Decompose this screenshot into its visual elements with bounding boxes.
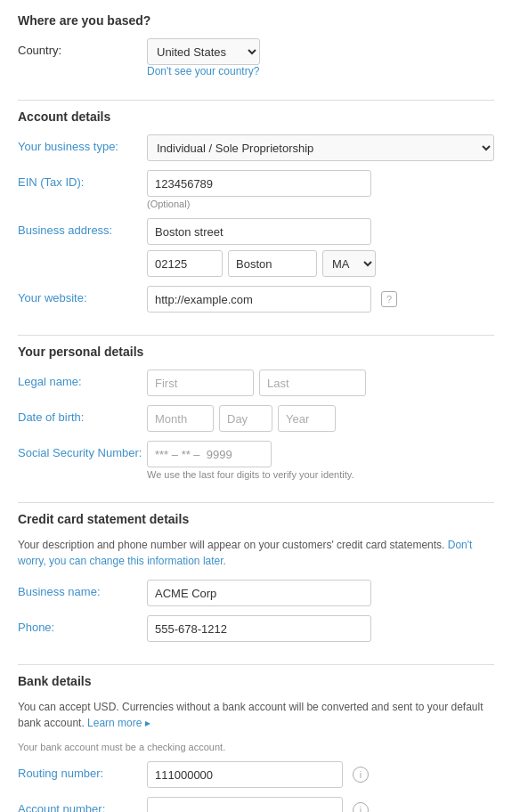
phone-row: Phone: bbox=[18, 615, 494, 642]
website-input[interactable] bbox=[147, 286, 371, 313]
routing-row: Routing number: i bbox=[18, 761, 494, 788]
routing-info-icon[interactable]: i bbox=[353, 767, 369, 783]
website-row: Your website: ? bbox=[18, 286, 494, 313]
dob-fields-row bbox=[147, 405, 494, 432]
ein-label: EIN (Tax ID): bbox=[18, 170, 147, 189]
business-name-input[interactable] bbox=[147, 580, 371, 606]
website-controls-row: ? bbox=[147, 286, 494, 313]
address-controls: MA CA NY TX FL bbox=[147, 218, 494, 277]
location-section: Where are you based? Country: United Sta… bbox=[18, 13, 494, 101]
credit-card-title: Credit card statement details bbox=[18, 512, 494, 526]
dont-see-country-link[interactable]: Don't see your country? bbox=[147, 65, 494, 77]
business-name-label: Business name: bbox=[18, 580, 147, 598]
ssn-label: Social Security Number: bbox=[18, 441, 147, 459]
business-type-controls: Individual / Sole Proprietorship Corpora… bbox=[147, 134, 494, 161]
credit-card-description: Your description and phone number will a… bbox=[18, 537, 494, 569]
ein-row: EIN (Tax ID): (Optional) bbox=[18, 170, 494, 209]
business-type-label: Your business type: bbox=[18, 134, 147, 153]
ein-optional-hint: (Optional) bbox=[147, 199, 494, 209]
routing-label: Routing number: bbox=[18, 761, 147, 780]
country-row: Country: United States Canada United Kin… bbox=[18, 38, 494, 77]
ssn-input[interactable] bbox=[147, 441, 272, 467]
account-title: Account details bbox=[18, 110, 494, 124]
city-input[interactable] bbox=[228, 250, 317, 277]
country-select-row: United States Canada United Kingdom Aust… bbox=[147, 38, 494, 65]
bank-section: Bank details You can accept USD. Currenc… bbox=[18, 674, 494, 812]
location-title: Where are you based? bbox=[18, 13, 494, 28]
account-number-input[interactable] bbox=[147, 797, 343, 812]
bank-description: You can accept USD. Currencies without a… bbox=[18, 699, 494, 731]
website-help-icon[interactable]: ? bbox=[381, 291, 397, 307]
account-section: Account details Your business type: Indi… bbox=[18, 110, 494, 336]
day-input[interactable] bbox=[219, 405, 272, 432]
phone-label: Phone: bbox=[18, 615, 147, 634]
last-name-input[interactable] bbox=[259, 369, 366, 396]
personal-section: Your personal details Legal name: Date o… bbox=[18, 345, 494, 503]
routing-input[interactable] bbox=[147, 761, 343, 788]
address-label: Business address: bbox=[18, 218, 147, 237]
month-input[interactable] bbox=[147, 405, 214, 432]
account-number-row: Account number: i bbox=[18, 797, 494, 812]
legal-name-row: Legal name: bbox=[18, 369, 494, 396]
phone-input[interactable] bbox=[147, 615, 371, 642]
bank-title: Bank details bbox=[18, 674, 494, 688]
state-select[interactable]: MA CA NY TX FL bbox=[322, 250, 376, 277]
business-type-row: Your business type: Individual / Sole Pr… bbox=[18, 134, 494, 161]
checking-note: Your bank account must be a checking acc… bbox=[18, 742, 494, 752]
credit-card-section: Credit card statement details Your descr… bbox=[18, 512, 494, 665]
account-number-label: Account number: bbox=[18, 797, 147, 812]
first-name-input[interactable] bbox=[147, 369, 254, 396]
credit-card-change-link[interactable]: Don't worry, you can change this informa… bbox=[18, 539, 472, 567]
website-label: Your website: bbox=[18, 286, 147, 304]
country-select[interactable]: United States Canada United Kingdom Aust… bbox=[147, 38, 260, 65]
year-input[interactable] bbox=[278, 405, 336, 432]
routing-controls-row: i bbox=[147, 761, 494, 788]
ssn-row: Social Security Number: We use the last … bbox=[18, 441, 494, 480]
name-fields-row bbox=[147, 369, 494, 396]
address-row: Business address: MA CA NY TX FL bbox=[18, 218, 494, 277]
business-name-row: Business name: bbox=[18, 580, 494, 606]
ssn-hint: We use the last four digits to verify yo… bbox=[147, 469, 494, 480]
personal-title: Your personal details bbox=[18, 345, 494, 359]
business-type-select[interactable]: Individual / Sole Proprietorship Corpora… bbox=[147, 134, 494, 161]
account-info-icon[interactable]: i bbox=[353, 802, 369, 812]
dob-row: Date of birth: bbox=[18, 405, 494, 432]
country-label: Country: bbox=[18, 38, 147, 57]
city-state-row: MA CA NY TX FL bbox=[147, 250, 494, 277]
ein-input[interactable] bbox=[147, 170, 371, 197]
zip-input[interactable] bbox=[147, 250, 223, 277]
legal-name-label: Legal name: bbox=[18, 369, 147, 388]
country-controls: United States Canada United Kingdom Aust… bbox=[147, 38, 494, 77]
learn-more-link[interactable]: Learn more ▸ bbox=[87, 717, 150, 729]
ein-controls: (Optional) bbox=[147, 170, 494, 209]
dob-label: Date of birth: bbox=[18, 405, 147, 424]
address-input[interactable] bbox=[147, 218, 371, 245]
account-controls-row: i bbox=[147, 797, 494, 812]
